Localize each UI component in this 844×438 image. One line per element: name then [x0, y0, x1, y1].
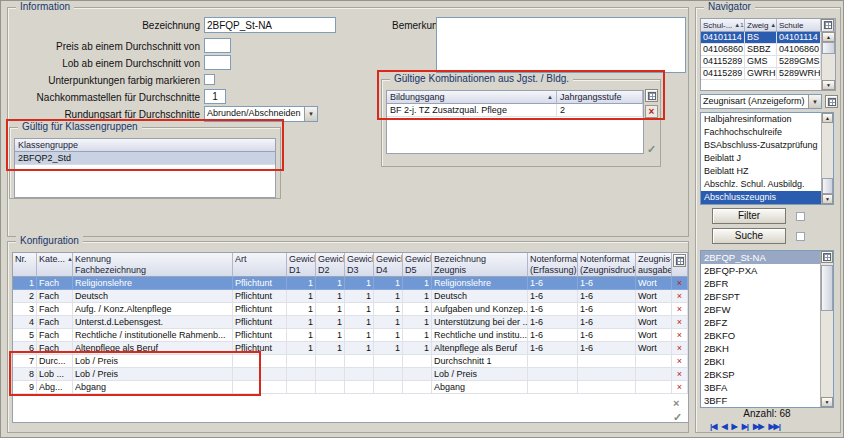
list-item[interactable]: 2BKH [701, 342, 820, 355]
scrollbar[interactable]: ▲ ▼ [821, 113, 833, 204]
grid-icon-button[interactable] [821, 251, 833, 263]
list-item[interactable]: 2BFZ [701, 316, 820, 329]
list-item[interactable]: BSAbschluss-Zusatzprüfung [701, 139, 821, 152]
scroll-up-button[interactable]: ▲ [822, 113, 833, 123]
scroll-up-button[interactable]: ▲ [822, 32, 835, 42]
delete-row-button[interactable]: × [672, 303, 688, 316]
list-item[interactable]: Abschlz. Schul. Ausbildg. [701, 178, 821, 191]
cancel-icon[interactable]: × [673, 398, 679, 409]
rundungsart-select[interactable]: Abrunden/Abschneiden ▼ [204, 106, 318, 122]
table-row[interactable]: 9Abg...AbgangAbgang× [13, 381, 688, 394]
filter-button[interactable]: Filter [712, 208, 786, 224]
list-item[interactable]: 2BFQP2_Std [15, 152, 275, 165]
klassengruppe-column-header[interactable]: Klassengruppe [15, 139, 275, 152]
nachkommastellen-input[interactable] [204, 89, 226, 104]
column-header[interactable]: GewichtD3 [345, 253, 374, 277]
grid-icon-button[interactable] [645, 89, 658, 102]
list-item[interactable]: 2BFQP_St-NA [701, 251, 820, 264]
list-item[interactable]: 2BKI [701, 355, 820, 368]
column-header[interactable]: Art [233, 253, 287, 277]
column-header[interactable]: Schule [777, 19, 821, 32]
table-row[interactable]: 04115289GMS5289GMS [701, 56, 835, 68]
delete-row-button[interactable]: × [672, 342, 688, 355]
nav-next-button[interactable]: ▶ [732, 422, 737, 431]
delete-row-button[interactable]: × [672, 277, 688, 290]
column-header[interactable]: Zeugnis-ausgabe [636, 253, 672, 277]
scrollbar[interactable]: ▼ [820, 251, 833, 407]
column-header[interactable]: GewichtD2 [316, 253, 345, 277]
list-item[interactable]: Beiblatt J [701, 152, 821, 165]
grid-icon-button[interactable] [821, 19, 834, 32]
grid-icon-button[interactable] [825, 95, 838, 108]
list-item[interactable]: 2BFR [701, 277, 820, 290]
suche-checkbox[interactable] [796, 232, 805, 241]
delete-row-button[interactable]: × [672, 381, 688, 394]
delete-row-button[interactable]: × [672, 290, 688, 303]
confirm-icon[interactable]: ✓ [673, 412, 682, 423]
list-item[interactable]: 3BFA [701, 381, 820, 394]
nav-prior-button[interactable]: ◀ [721, 422, 726, 431]
table-row[interactable]: 8Lob ...Lob / PreisLob / Preis× [13, 368, 688, 381]
table-row[interactable]: 5FachRechtliche / institutionelle Rahmen… [13, 329, 688, 342]
delete-row-button[interactable]: × [672, 316, 688, 329]
suche-button[interactable]: Suche [712, 228, 786, 244]
grid-icon-button[interactable] [673, 254, 686, 267]
column-header[interactable]: GewichtD5 [403, 253, 432, 277]
scroll-down-button[interactable]: ▼ [822, 194, 833, 204]
table-row[interactable]: BF 2-j. TZ Zusatzqual. Pflege2 [387, 104, 643, 117]
nav-fast-next-button[interactable]: ▶▶ [753, 422, 763, 431]
list-item[interactable]: 2BFW [701, 303, 820, 316]
column-header[interactable]: Zweig▲2 [745, 19, 777, 32]
column-header[interactable]: Schul-...▲1 [701, 19, 745, 32]
preis-input[interactable] [204, 38, 231, 53]
scroll-thumb[interactable] [822, 178, 833, 194]
table-row[interactable]: 04106860SBBZ04106860 [701, 44, 835, 56]
table-row[interactable]: 4FachUnterst.d.Lebensgest.Pflichtunt1111… [13, 316, 688, 329]
zeugnisart-dropdown[interactable]: Zeugnisart (Anzeigeform) ▼ [700, 94, 822, 109]
table-row[interactable]: 04115289GWRHS5289WRHS [701, 68, 835, 80]
nav-last-button[interactable]: ▶| [742, 422, 748, 431]
list-item[interactable]: 2BFQP-PXA [701, 264, 820, 277]
nav-fast-last-button[interactable]: ▶▶| [768, 422, 780, 431]
list-item[interactable]: 2BKSP [701, 368, 820, 381]
list-item[interactable]: Abschlusszeugnis [701, 191, 821, 204]
table-row[interactable]: 2FachDeutschPflichtunt11111Deutsch1-61-6… [13, 290, 688, 303]
list-item[interactable]: Beiblatt HZ [701, 165, 821, 178]
delete-row-button[interactable]: × [672, 329, 688, 342]
table-row[interactable]: 04101114BS04101114 [701, 32, 835, 44]
column-header[interactable]: GewichtD4 [374, 253, 403, 277]
column-header[interactable]: KennungFachbezeichnung [73, 253, 233, 277]
list-item[interactable]: Fachhochschulreife [701, 126, 821, 139]
scroll-down-button[interactable]: ▼ [821, 397, 833, 407]
column-header[interactable]: BezeichnungZeugnis [432, 253, 528, 277]
nav-first-button[interactable]: |◀ [710, 422, 716, 431]
filter-checkbox[interactable] [796, 212, 805, 221]
delete-combination-button[interactable]: × [645, 105, 658, 118]
scroll-thumb[interactable] [821, 265, 833, 311]
column-header[interactable]: Notenformat(Zeugnisdruck) [578, 253, 636, 277]
table-row[interactable]: 7Durc...Lob / PreisDurchschnitt 1× [13, 355, 688, 368]
column-header[interactable]: Nr. [13, 253, 37, 277]
table-row[interactable]: 1FachReligionslehrePflichtunt11111Religi… [13, 277, 688, 290]
list-item[interactable]: Halbjahresinformation [701, 113, 821, 126]
lob-input[interactable] [204, 55, 231, 70]
list-item[interactable]: 2BKFO [701, 329, 820, 342]
unterpunktungen-checkbox[interactable] [204, 74, 215, 85]
column-header[interactable]: Kate...▲ [37, 253, 73, 277]
table-row[interactable]: 6FachAltenpflege als BerufPflichtunt1111… [13, 342, 688, 355]
dropdown-arrow-icon[interactable]: ▼ [808, 95, 821, 108]
scroll-down-button[interactable]: ▼ [822, 80, 835, 90]
column-header[interactable]: Jahrgangsstufe [557, 91, 643, 104]
scroll-thumb[interactable] [822, 42, 835, 54]
scroll-track[interactable] [822, 123, 833, 194]
bemerkung-textarea[interactable] [436, 17, 686, 73]
confirm-icon[interactable]: ✓ [647, 144, 656, 155]
bezeichnung-input[interactable] [204, 17, 336, 33]
scroll-track[interactable] [821, 263, 833, 397]
delete-row-button[interactable]: × [672, 355, 688, 368]
table-row[interactable]: 3FachAufg. / Konz.AltenpflegePflichtunt1… [13, 303, 688, 316]
column-header[interactable]: Bildungsgang▲ [387, 91, 557, 104]
column-header[interactable]: GewichtD1 [287, 253, 316, 277]
scroll-track[interactable] [822, 42, 835, 80]
dropdown-arrow-icon[interactable]: ▼ [304, 107, 317, 121]
